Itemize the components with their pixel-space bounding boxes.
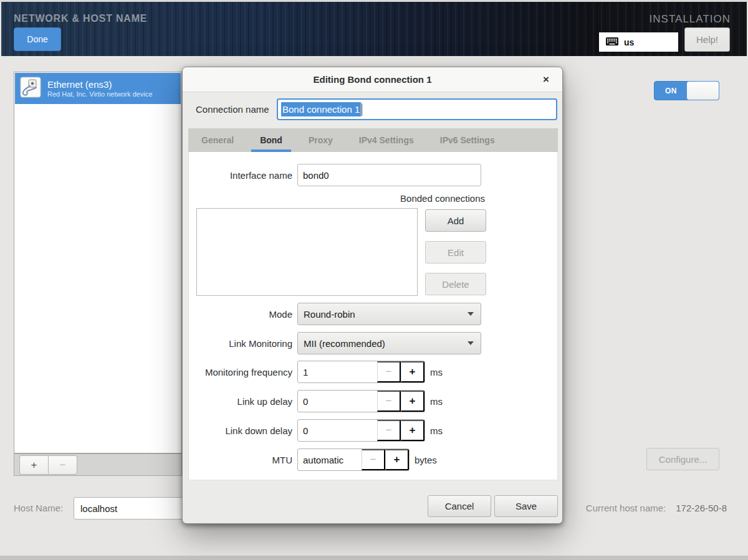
current-hostname-row: Current host name: 172-26-50-8 (586, 503, 727, 513)
minus-icon[interactable]: − (377, 361, 401, 382)
chevron-down-icon (467, 312, 474, 316)
monitoring-frequency-stepper[interactable]: 1 − + (297, 361, 425, 383)
cancel-button[interactable]: Cancel (428, 495, 491, 517)
device-list-item-ethernet[interactable]: Ethernet (ens3) Red Hat, Inc. Virtio net… (15, 73, 181, 104)
ethernet-icon (20, 77, 41, 100)
save-button[interactable]: Save (494, 495, 558, 517)
network-device-list[interactable]: Ethernet (ens3) Red Hat, Inc. Virtio net… (14, 72, 182, 453)
current-hostname-value: 172-26-50-8 (676, 503, 727, 513)
dialog-title: Editing Bond connection 1 (314, 74, 432, 85)
keyboard-layout-value: us (624, 37, 634, 47)
screen-bottom-edge (0, 556, 748, 560)
mtu-value: automatic (298, 449, 362, 470)
minus-icon[interactable]: − (377, 391, 401, 412)
tab-general[interactable]: General (188, 128, 247, 152)
bonded-connections-label: Bonded connections (400, 193, 485, 204)
link-down-delay-row: Link down delay 0 − + ms (189, 419, 557, 442)
link-down-delay-unit: ms (430, 425, 443, 436)
edit-bond-dialog: Editing Bond connection 1 × Connection n… (182, 67, 563, 524)
toggle-handle[interactable] (686, 81, 719, 100)
hostname-label: Host Name: (14, 503, 63, 513)
toggle-on-label: ON (654, 82, 688, 100)
remove-device-button[interactable]: − (48, 455, 77, 475)
plus-icon[interactable]: + (401, 420, 424, 441)
keyboard-icon (606, 37, 618, 48)
link-up-delay-unit: ms (430, 396, 443, 407)
header-bar: NETWORK & HOST NAME Done INSTALLATION us… (1, 2, 747, 56)
add-bonded-connection-button[interactable]: Add (425, 209, 486, 232)
tab-proxy[interactable]: Proxy (295, 128, 346, 152)
link-monitoring-row: Link Monitoring MII (recommended) (189, 332, 557, 354)
bonded-connections-list[interactable] (196, 208, 418, 296)
connection-name-input[interactable]: Bond connection 1 (277, 98, 557, 120)
delete-bonded-connection-button[interactable]: Delete (425, 273, 486, 295)
text-caret (362, 103, 362, 116)
keyboard-layout-indicator[interactable]: us (599, 32, 678, 52)
connection-name-label: Connection name (196, 104, 269, 115)
device-list-toolbar: + − (14, 453, 182, 476)
configure-button[interactable]: Configure... (646, 448, 719, 470)
tab-ipv6-settings[interactable]: IPv6 Settings (427, 128, 508, 152)
minus-icon[interactable]: − (362, 449, 385, 470)
interface-name-input[interactable]: bond0 (297, 164, 481, 186)
device-name: Ethernet (ens3) (47, 79, 153, 91)
link-down-delay-value: 0 (298, 420, 377, 441)
mode-row: Mode Round-robin (189, 303, 557, 325)
mode-label: Mode (189, 309, 297, 320)
help-button[interactable]: Help! (684, 27, 730, 52)
chevron-down-icon (467, 341, 474, 345)
plus-icon[interactable]: + (401, 391, 424, 412)
link-up-delay-row: Link up delay 0 − + ms (189, 390, 557, 412)
plus-icon[interactable]: + (385, 449, 409, 470)
dialog-tabbar: General Bond Proxy IPv4 Settings IPv6 Se… (188, 128, 558, 152)
interface-name-row: Interface name bond0 (189, 164, 557, 186)
tab-bond[interactable]: Bond (247, 128, 295, 152)
edit-bonded-connection-button[interactable]: Edit (425, 241, 486, 263)
minus-icon[interactable]: − (377, 420, 401, 441)
page-title: NETWORK & HOST NAME (14, 13, 147, 24)
done-button[interactable]: Done (14, 27, 61, 51)
monitoring-frequency-row: Monitoring frequency 1 − + ms (189, 361, 557, 383)
dialog-titlebar[interactable]: Editing Bond connection 1 × (183, 67, 562, 92)
mtu-stepper[interactable]: automatic − + (297, 448, 410, 471)
mtu-label: MTU (189, 455, 297, 465)
link-down-delay-label: Link down delay (189, 425, 297, 436)
interface-name-label: Interface name (189, 170, 297, 181)
installation-label: INSTALLATION (650, 13, 731, 26)
mtu-unit: bytes (415, 455, 437, 465)
connection-name-row: Connection name Bond connection 1 (196, 98, 557, 120)
link-monitoring-value: MII (recommended) (304, 338, 385, 349)
plus-icon[interactable]: + (401, 361, 424, 382)
link-up-delay-stepper[interactable]: 0 − + (297, 390, 425, 412)
bond-tab-panel: Interface name bond0 Bonded connections … (188, 152, 558, 480)
network-on-off-toggle[interactable]: ON (654, 81, 719, 100)
monitoring-frequency-unit: ms (430, 367, 443, 377)
link-down-delay-stepper[interactable]: 0 − + (297, 419, 425, 442)
mtu-row: MTU automatic − + bytes (189, 448, 557, 471)
monitoring-frequency-label: Monitoring frequency (189, 367, 297, 377)
link-monitoring-label: Link Monitoring (189, 338, 297, 349)
link-up-delay-label: Link up delay (189, 396, 297, 407)
tab-ipv4-settings[interactable]: IPv4 Settings (346, 128, 427, 152)
link-up-delay-value: 0 (298, 391, 377, 412)
monitoring-frequency-value: 1 (298, 361, 377, 382)
add-device-button[interactable]: + (19, 455, 49, 475)
mode-value: Round-robin (304, 309, 355, 320)
mode-dropdown[interactable]: Round-robin (297, 303, 481, 325)
link-monitoring-dropdown[interactable]: MII (recommended) (297, 332, 481, 354)
close-icon[interactable]: × (537, 67, 555, 92)
device-description: Red Hat, Inc. Virtio network device (47, 90, 153, 98)
current-hostname-label: Current host name: (586, 503, 666, 513)
connection-name-value: Bond connection 1 (281, 102, 361, 116)
